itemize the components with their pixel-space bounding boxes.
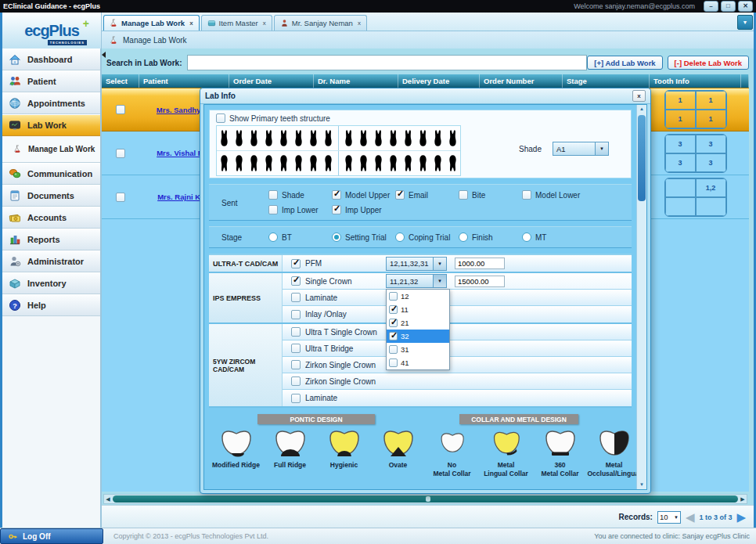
tab-item-master[interactable]: Item Master x (201, 15, 272, 31)
tooth[interactable] (321, 126, 339, 150)
tooth[interactable] (291, 151, 306, 175)
maximize-button[interactable]: □ (721, 1, 736, 12)
tooth[interactable] (371, 151, 386, 175)
sidebar-item-accounts[interactable]: Accounts (2, 207, 100, 229)
sent-option-bite[interactable]: Bite (459, 190, 522, 200)
checkbox[interactable] (291, 360, 301, 369)
scroll-up-arrow-icon[interactable]: ▲ (637, 105, 646, 113)
sidebar-item-manage-lab-work[interactable]: Manage Lab Work (2, 136, 100, 163)
tooth[interactable] (371, 126, 386, 150)
tooth[interactable] (232, 151, 247, 175)
checkbox[interactable] (389, 305, 398, 314)
dropdown-option-21[interactable]: 21 (387, 316, 449, 330)
tooth[interactable] (306, 151, 321, 175)
row-checkbox[interactable] (116, 149, 125, 158)
tooth[interactable] (321, 151, 339, 175)
radio[interactable] (522, 232, 531, 242)
tooth[interactable] (430, 126, 445, 150)
design-no-metal-collar[interactable]: No Metal Collar (425, 427, 479, 477)
sent-option-imp-lower[interactable]: Imp Lower (268, 205, 332, 214)
add-lab-work-button[interactable]: [+] Add Lab Work (587, 56, 662, 70)
checkbox[interactable] (291, 394, 301, 403)
column-header-patient[interactable]: Patient (139, 74, 229, 88)
checkbox[interactable] (291, 293, 301, 302)
tooth[interactable] (445, 151, 460, 175)
sidebar-item-inventory[interactable]: Inventory (2, 272, 100, 294)
dropdown-option-12[interactable]: 12 (387, 290, 449, 303)
checkbox[interactable] (291, 310, 301, 319)
sent-option-shade[interactable]: Shade (268, 190, 332, 200)
checkbox[interactable] (389, 332, 398, 340)
tab-manage-lab-work[interactable]: Manage Lab Work x (103, 15, 200, 31)
dropdown-option-41[interactable]: 41 (387, 356, 449, 369)
search-input[interactable] (187, 55, 587, 70)
sent-option-imp-upper[interactable]: Imp Upper (332, 205, 395, 214)
checkbox[interactable] (291, 344, 301, 353)
design-modified-ridge[interactable]: Modified Ridge (209, 427, 263, 477)
tooth[interactable] (401, 126, 416, 150)
tooth[interactable] (217, 126, 232, 150)
sidebar-item-help[interactable]: ? Help (2, 294, 100, 316)
design-full-ridge[interactable]: Full Ridge (263, 427, 317, 477)
stage-option-bt[interactable]: BT (268, 232, 332, 242)
radio[interactable] (332, 232, 341, 242)
tooth[interactable] (386, 151, 401, 175)
tooth[interactable] (291, 126, 306, 150)
dropdown-option-32[interactable]: 32 (387, 330, 449, 343)
row-checkbox[interactable] (116, 193, 125, 202)
sidebar-collapse-handle[interactable] (102, 52, 106, 58)
sent-option-model-upper[interactable]: Model Upper (332, 190, 395, 200)
design-360-metal-collar[interactable]: 360 Metal Collar (533, 427, 587, 477)
tooth[interactable] (341, 151, 356, 175)
stage-option-coping-trial[interactable]: Coping Trial (395, 232, 459, 242)
checkbox[interactable] (291, 327, 301, 337)
tooth[interactable] (247, 151, 261, 175)
stage-option-setting-trial[interactable]: Setting Trial (332, 232, 395, 242)
radio[interactable] (459, 232, 468, 242)
design-hygienic[interactable]: Hygienic (317, 427, 371, 477)
tooth[interactable] (276, 151, 291, 175)
sidebar-item-administrator[interactable]: Administrator (2, 250, 100, 272)
tooth[interactable] (356, 151, 371, 175)
tooth[interactable] (306, 126, 321, 150)
checkbox[interactable] (268, 190, 278, 200)
scroll-left-arrow-icon[interactable]: ◀ (104, 496, 112, 503)
column-header-select[interactable]: Select (102, 74, 139, 88)
sidebar-item-appointments[interactable]: Appointments (2, 92, 100, 114)
next-page-button[interactable]: ▶ (736, 511, 746, 523)
records-per-page-select[interactable]: 10 ▼ (657, 511, 681, 524)
tab-close-icon[interactable]: x (263, 20, 266, 27)
scroll-right-arrow-icon[interactable]: ▶ (739, 496, 747, 503)
delete-lab-work-button[interactable]: [-] Delete Lab Work (668, 56, 749, 70)
checkbox[interactable] (291, 259, 301, 268)
tooth[interactable] (217, 151, 232, 175)
sidebar-item-documents[interactable]: Documents (2, 185, 100, 207)
tooth[interactable] (261, 151, 276, 175)
checkbox[interactable] (268, 205, 278, 214)
scrollbar-thumb[interactable] (638, 115, 646, 201)
checkbox[interactable] (389, 292, 398, 301)
sidebar-item-patient[interactable]: Patient (2, 70, 100, 92)
checkbox[interactable] (522, 190, 531, 200)
tooth[interactable] (232, 126, 247, 150)
prev-page-button[interactable]: ◀ (686, 511, 695, 523)
stage-option-mt[interactable]: MT (522, 232, 585, 242)
checkbox[interactable] (332, 205, 341, 214)
design-ovate[interactable]: Ovate (371, 427, 425, 477)
tooth[interactable] (401, 151, 416, 175)
design-metal-occlusal-lingual[interactable]: Metal Occlusal/Lingual (587, 427, 641, 477)
horizontal-scrollbar[interactable]: ◀ ▶ (103, 494, 747, 504)
tab-patient-sanjay-neman[interactable]: Mr. Sanjay Neman x (274, 15, 367, 31)
sent-option-model-lower[interactable]: Model Lower (522, 190, 585, 200)
sidebar-item-communication[interactable]: Communication (2, 163, 100, 185)
tab-close-icon[interactable]: x (358, 20, 361, 27)
scroll-down-arrow-icon[interactable]: ▼ (637, 481, 646, 489)
radio[interactable] (395, 232, 405, 242)
tab-overflow-button[interactable]: ▼ (737, 15, 753, 30)
tooth[interactable] (430, 151, 445, 175)
log-off-button[interactable]: Log Off (0, 528, 103, 544)
tooth[interactable] (261, 126, 276, 150)
checkbox[interactable] (389, 319, 398, 327)
single-crown-price-input[interactable] (455, 276, 505, 287)
scrollbar-thumb[interactable] (113, 495, 738, 503)
